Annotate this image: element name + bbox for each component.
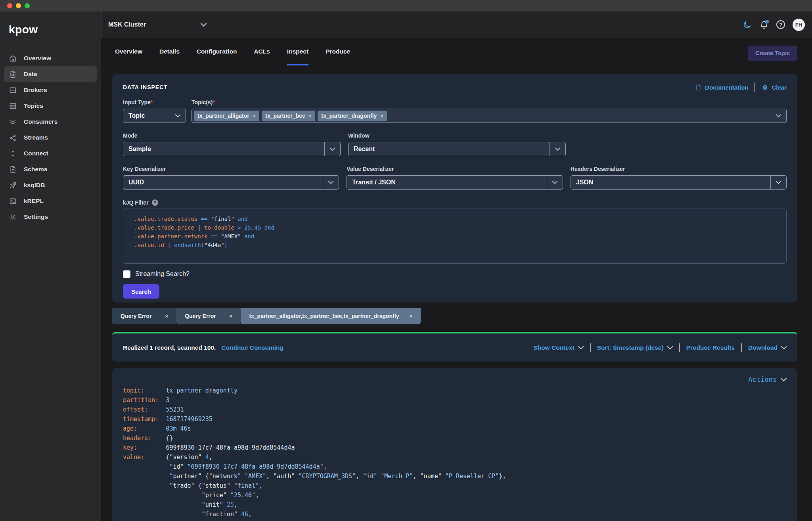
sidebar-item-data[interactable]: Data (4, 66, 97, 82)
value-deserializer-value: Transit / JSON (347, 179, 546, 186)
sidebar-item-label: Settings (24, 213, 48, 220)
sidebar-item-ksqldb[interactable]: ksqlDB (4, 177, 97, 193)
kjq-filter-editor[interactable]: .value.trade.status == "final" and.value… (123, 209, 787, 264)
documentation-label: Documentation (705, 84, 748, 91)
sidebar-item-overview[interactable]: Overview (4, 50, 97, 66)
sidebar-item-label: kREPL (24, 197, 44, 205)
chevron-down-icon (550, 142, 565, 156)
sidebar-item-topics[interactable]: Topics (4, 98, 97, 114)
actions-dropdown[interactable]: Actions (748, 374, 787, 385)
results-actions: Show Context Sort: timestamp (desc) Prod… (533, 343, 787, 352)
download-label: Download (748, 344, 778, 351)
sidebar-item-streams[interactable]: Streams (4, 130, 97, 146)
dark-mode-toggle[interactable] (742, 20, 752, 29)
streaming-search-checkbox[interactable] (123, 270, 130, 278)
help-circle-icon[interactable]: ? (152, 199, 158, 206)
continue-consuming-link[interactable]: Continue Consuming (221, 344, 283, 351)
tab-inspect[interactable]: Inspect (287, 48, 308, 65)
remove-tag-icon[interactable]: × (309, 113, 312, 119)
chevron-down-icon (578, 346, 584, 349)
chevron-down-icon (201, 23, 207, 27)
user-avatar[interactable]: FH (793, 19, 805, 31)
download-dropdown[interactable]: Download (748, 344, 787, 351)
sidebar-item-label: Brokers (24, 86, 47, 94)
record-panel: Actions topic: tx_partner_dragonflyparti… (112, 368, 797, 521)
notifications-bell-icon[interactable] (759, 20, 769, 29)
show-context-dropdown[interactable]: Show Context (533, 344, 583, 351)
result-tab-topics[interactable]: tx_partner_alligator,tx_partner_bee,tx_p… (241, 308, 421, 324)
close-icon[interactable]: × (230, 313, 233, 319)
trash-icon (762, 84, 768, 91)
clear-button[interactable]: Clear (762, 84, 787, 91)
topics-multiselect[interactable]: tx_partner_alligator × tx_partner_bee × … (192, 109, 787, 123)
document-icon (695, 84, 702, 91)
documentation-link[interactable]: Documentation (695, 84, 748, 91)
app-window: kpow Overview Data Brokers Topics Consum… (0, 0, 812, 521)
key-deserializer-select[interactable]: UUID (123, 175, 339, 190)
result-tab-query-error-1[interactable]: Query Error × (112, 308, 176, 324)
headers-deserializer-select[interactable]: JSON (571, 175, 787, 190)
rocket-icon (9, 181, 17, 190)
share-icon (9, 134, 17, 142)
result-tabs: Query Error × Query Error × tx_partner_a… (112, 308, 797, 324)
streaming-search-label: Streaming Search? (135, 270, 190, 278)
sidebar-nav: Overview Data Brokers Topics Consumers S… (0, 50, 101, 225)
tab-overview[interactable]: Overview (115, 48, 142, 65)
macos-titlebar (0, 0, 812, 11)
sidebar-item-label: Streams (24, 134, 48, 141)
panel-links: Documentation Clear (695, 82, 787, 92)
minimize-window-button[interactable] (16, 3, 21, 8)
show-context-label: Show Context (533, 344, 574, 351)
sort-dropdown[interactable]: Sort: timestamp (desc) (597, 344, 673, 351)
remove-tag-icon[interactable]: × (380, 113, 383, 119)
actions-label: Actions (748, 375, 777, 383)
tab-configuration[interactable]: Configuration (197, 48, 237, 65)
notification-badge (765, 20, 769, 23)
remove-tag-icon[interactable]: × (253, 113, 256, 119)
sidebar-item-connect[interactable]: Connect (4, 146, 97, 161)
file-search-icon (9, 70, 17, 79)
sidebar-item-brokers[interactable]: Brokers (4, 82, 97, 98)
tab-acls[interactable]: ACLs (254, 48, 270, 65)
page-tabs: Overview Details Configuration ACLs Insp… (101, 38, 812, 65)
close-icon[interactable]: × (165, 313, 169, 319)
window-select[interactable]: Recent (348, 142, 566, 156)
topic-tag: tx_partner_bee × (262, 111, 315, 121)
kpow-logo: kpow (0, 11, 101, 36)
panel-title: DATA INSPECT (123, 84, 168, 90)
value-deserializer-select[interactable]: Transit / JSON (347, 175, 563, 190)
cluster-selector[interactable]: MSK Cluster (108, 11, 207, 38)
record-output[interactable]: topic: tx_partner_dragonflypartition: 3o… (123, 386, 787, 521)
input-type-value: Topic (123, 112, 170, 119)
close-window-button[interactable] (7, 3, 12, 8)
sidebar-item-label: Connect (24, 150, 48, 157)
streaming-search-row: Streaming Search? (123, 270, 787, 278)
sidebar-item-krepl[interactable]: kREPL (4, 193, 97, 209)
panel-header: DATA INSPECT Documentation Clear (123, 83, 787, 91)
server-icon (9, 86, 17, 94)
topics-label: Topic(s)* (192, 99, 787, 106)
sidebar-item-consumers[interactable]: Consumers (4, 114, 97, 130)
tab-details[interactable]: Details (159, 48, 180, 65)
chevrons-down-icon (9, 118, 17, 126)
window-value: Recent (349, 146, 550, 153)
sidebar-item-settings[interactable]: Settings (4, 209, 97, 225)
input-type-select[interactable]: Topic (123, 109, 186, 123)
zoom-window-button[interactable] (25, 3, 30, 8)
headers-deserializer-label: Headers Deserializer (571, 166, 787, 172)
help-icon[interactable]: ? (776, 20, 785, 29)
divider (755, 82, 755, 92)
close-icon[interactable]: × (410, 313, 413, 319)
result-tab-query-error-2[interactable]: Query Error × (176, 308, 241, 324)
search-button[interactable]: Search (123, 284, 159, 299)
tab-produce[interactable]: Produce (326, 48, 350, 65)
sort-arrows-icon (9, 149, 17, 158)
create-topic-button[interactable]: Create Topic (748, 46, 797, 61)
sidebar-item-schema[interactable]: Schema (4, 161, 97, 177)
file-text-icon (9, 165, 17, 174)
form-row-2: Mode Sample Window Recent (123, 132, 787, 156)
chevron-down-icon (770, 109, 786, 123)
produce-results-link[interactable]: Produce Results (686, 344, 735, 351)
mode-select[interactable]: Sample (123, 142, 341, 156)
result-tab-label: tx_partner_alligator,tx_partner_bee,tx_p… (249, 313, 399, 319)
